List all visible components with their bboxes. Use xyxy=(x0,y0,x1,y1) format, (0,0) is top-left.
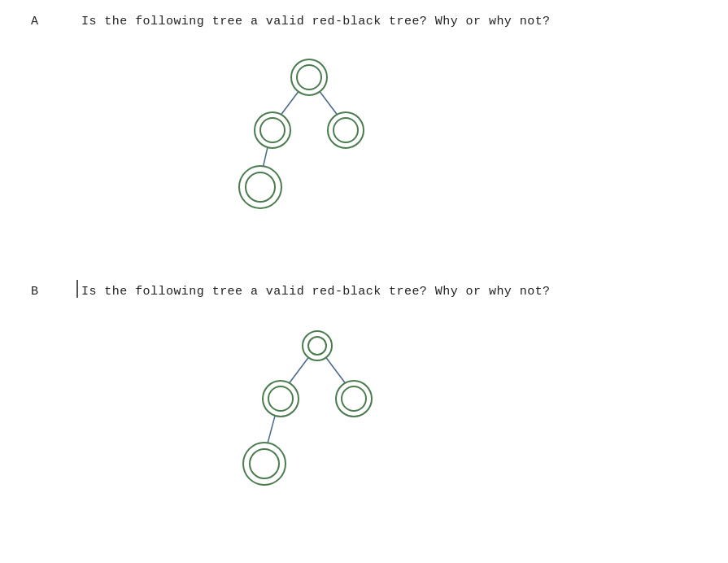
tree-a-diagram xyxy=(211,45,407,224)
section-b-label: B xyxy=(31,285,38,299)
tree-b-diagram xyxy=(228,317,407,541)
svg-point-21 xyxy=(250,449,279,478)
svg-point-19 xyxy=(342,386,366,411)
svg-point-10 xyxy=(246,172,275,202)
section-b-text: Is the following tree a valid red-black … xyxy=(81,285,551,299)
section-a-label: A xyxy=(31,15,38,28)
svg-point-15 xyxy=(308,337,326,355)
svg-point-6 xyxy=(260,118,285,142)
svg-point-8 xyxy=(333,118,358,142)
page: A Is the following tree a valid red-blac… xyxy=(0,0,728,563)
svg-point-4 xyxy=(297,65,321,89)
svg-point-17 xyxy=(268,386,293,411)
section-a-text: Is the following tree a valid red-black … xyxy=(81,15,551,28)
section-b-bar xyxy=(76,280,78,298)
